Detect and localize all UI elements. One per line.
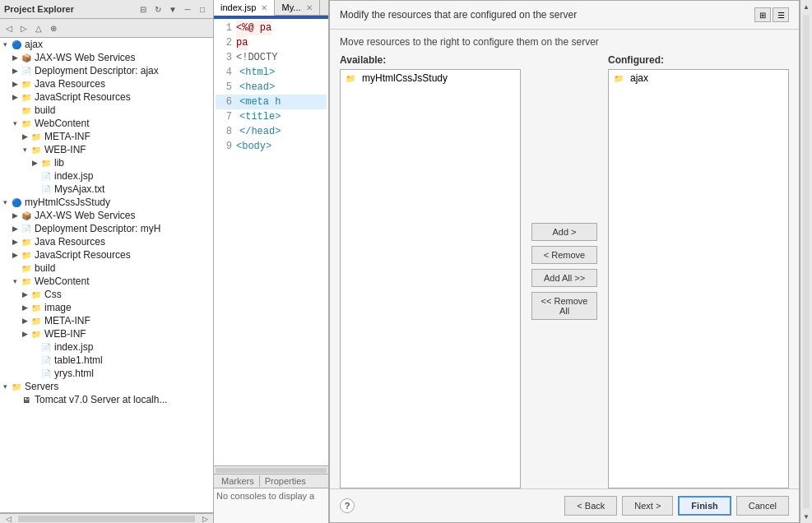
dialog-content: Available: 📁 myHtmlCssJsStudy Add > < Re… <box>330 54 799 488</box>
tree-item-index-jsp-1[interactable]: 📄 index.jsp <box>0 169 213 183</box>
finish-button[interactable]: Finish <box>678 496 731 516</box>
configured-list[interactable]: 📁 ajax <box>608 69 789 488</box>
far-right-panel: ▲ ▼ <box>800 0 812 523</box>
console-area: Markers Properties No consoles to displa… <box>214 474 328 523</box>
tree-label-webcontent-2: WebContent <box>35 275 90 287</box>
tree-item-image[interactable]: ▶ 📁 image <box>0 301 213 314</box>
tree-label-table1: table1.html <box>54 354 103 366</box>
far-right-up-btn[interactable]: ▲ <box>801 2 811 12</box>
tree-item-table1[interactable]: 📄 table1.html <box>0 354 213 367</box>
add-button[interactable]: Add > <box>531 223 597 241</box>
tree-label-image: image <box>44 302 72 313</box>
build-icon-1: 📁 <box>20 104 33 116</box>
web-inf-icon-2: 📁 <box>30 328 43 340</box>
servers-icon: 📁 <box>10 381 23 392</box>
tree-item-myhtml[interactable]: ▾ 🔵 myHtmlCssJsStudy <box>0 196 213 209</box>
tree-item-descriptor-ajax[interactable]: ▶ 📄 Deployment Descriptor: ajax <box>0 64 213 77</box>
project-icon-myhtml: 🔵 <box>10 197 23 208</box>
dialog-list-icon[interactable]: ☰ <box>773 7 789 22</box>
up-icon[interactable]: △ <box>32 21 45 35</box>
tomcat-icon: 🖥 <box>20 394 33 405</box>
forward-icon[interactable]: ▷ <box>17 21 30 35</box>
tree-item-web-inf-1[interactable]: ▾ 📁 WEB-INF <box>0 143 213 156</box>
tree-label-webcontent-1: WebContent <box>35 118 90 129</box>
tree-item-yrys[interactable]: 📄 yrys.html <box>0 367 213 380</box>
tree-item-js-res-2[interactable]: ▶ 📁 JavaScript Resources <box>0 248 213 262</box>
tab-my[interactable]: My... ✕ <box>275 0 319 15</box>
project-tree[interactable]: ▾ 🔵 ajax ▶ 📦 JAX-WS Web Services ▶ 📄 Dep… <box>0 38 213 513</box>
tree-item-servers[interactable]: ▾ 📁 Servers <box>0 380 213 393</box>
tree-item-meta-inf-1[interactable]: ▶ 📁 META-INF <box>0 130 213 143</box>
descriptor-icon-ajax: 📄 <box>20 65 33 76</box>
next-button[interactable]: Next > <box>622 496 673 516</box>
tree-item-descriptor-myh[interactable]: ▶ 📄 Deployment Descriptor: myH <box>0 222 213 235</box>
tree-label-descriptor-myh: Deployment Descriptor: myH <box>35 223 160 234</box>
lib-icon-1: 📁 <box>39 157 53 169</box>
tree-label-mysajax: MysAjax.txt <box>54 183 104 195</box>
configured-item-ajax-icon: 📁 <box>614 72 627 84</box>
tree-item-tomcat[interactable]: 🖥 Tomcat v7.0 Server at localh... <box>0 393 213 406</box>
scroll-right-btn[interactable]: ▷ <box>197 515 213 523</box>
tree-item-index-jsp-2[interactable]: 📄 index.jsp <box>0 340 213 354</box>
tree-item-webcontent-2[interactable]: ▾ 📁 WebContent <box>0 275 213 288</box>
sync-icon[interactable]: ↻ <box>151 2 165 16</box>
tree-label-css: Css <box>44 289 62 300</box>
maximize-icon[interactable]: □ <box>196 2 209 16</box>
js-res-icon-1: 📁 <box>20 91 33 103</box>
tree-item-jax-ws-1[interactable]: ▶ 📦 JAX-WS Web Services <box>0 51 213 64</box>
collapse-icon[interactable]: ⊟ <box>137 2 150 16</box>
arrow-java-res-1: ▶ <box>10 80 20 88</box>
tree-item-build-2[interactable]: 📁 build <box>0 262 213 275</box>
remove-button[interactable]: < Remove <box>531 246 597 264</box>
tree-item-lib-1[interactable]: ▶ 📁 lib <box>0 156 213 169</box>
tree-label-myhtml: myHtmlCssJsStudy <box>25 197 110 208</box>
tree-item-jax-ws-2[interactable]: ▶ 📦 JAX-WS Web Services <box>0 209 213 222</box>
js-res-icon-2: 📁 <box>20 249 33 261</box>
tab-index-jsp[interactable]: index.jsp ✕ <box>214 0 275 16</box>
close-tab-my[interactable]: ✕ <box>306 3 313 12</box>
tree-item-js-res-1[interactable]: ▶ 📁 JavaScript Resources <box>0 90 213 104</box>
tree-item-webcontent-1[interactable]: ▾ 📁 WebContent <box>0 117 213 130</box>
available-list[interactable]: 📁 myHtmlCssJsStudy <box>340 69 521 488</box>
cancel-button[interactable]: Cancel <box>736 496 789 516</box>
configured-item-ajax[interactable]: 📁 ajax <box>609 70 788 86</box>
available-item-myhtml[interactable]: 📁 myHtmlCssJsStudy <box>341 70 520 86</box>
tree-item-java-res-1[interactable]: ▶ 📁 Java Resources <box>0 77 213 90</box>
tab-markers[interactable]: Markers <box>216 475 260 487</box>
add-all-button[interactable]: Add All >> <box>531 269 597 287</box>
project-explorer-title: Project Explorer <box>4 4 74 14</box>
jax-ws-icon-1: 📦 <box>20 52 33 63</box>
tree-item-ajax[interactable]: ▾ 🔵 ajax <box>0 38 213 51</box>
tab-properties[interactable]: Properties <box>260 475 311 487</box>
tree-label-servers: Servers <box>25 381 58 392</box>
index-jsp-icon-2: 📄 <box>39 341 53 353</box>
down-icon[interactable]: ⊕ <box>47 21 60 35</box>
dialog-header: Modify the resources that are configured… <box>330 1 799 30</box>
arrow-servers: ▾ <box>0 382 10 391</box>
tree-item-mysajax[interactable]: 📄 MysAjax.txt <box>0 183 213 196</box>
code-area[interactable]: 1 <%@ pa 2 pa 3 <!DOCTY 4 <html> 5 <head… <box>214 19 328 465</box>
editor-tabs: index.jsp ✕ My... ✕ <box>214 0 328 16</box>
help-icon[interactable]: ? <box>340 498 355 513</box>
tree-item-build-1[interactable]: 📁 build <box>0 104 213 117</box>
far-right-down-btn[interactable]: ▼ <box>801 511 811 521</box>
code-line-2: 2 pa <box>216 35 327 50</box>
tab-my-label: My... <box>281 2 300 12</box>
dialog-pages-icon[interactable]: ⊞ <box>754 7 771 22</box>
back-icon[interactable]: ◁ <box>2 21 16 35</box>
resources-section: Available: 📁 myHtmlCssJsStudy Add > < Re… <box>340 54 789 488</box>
scroll-left-btn[interactable]: ◁ <box>0 515 16 523</box>
tree-item-web-inf-2[interactable]: ▶ 📁 WEB-INF <box>0 327 213 340</box>
tree-item-meta-inf-2[interactable]: ▶ 📁 META-INF <box>0 314 213 327</box>
tree-label-java-res-1: Java Resources <box>35 78 105 90</box>
descriptor-icon-myh: 📄 <box>20 223 33 234</box>
configured-label: Configured: <box>608 54 789 66</box>
minimize-icon[interactable]: ─ <box>181 2 194 16</box>
filter-icon[interactable]: ▼ <box>166 2 179 16</box>
tree-item-css[interactable]: ▶ 📁 Css <box>0 288 213 301</box>
tree-item-java-res-2[interactable]: ▶ 📁 Java Resources <box>0 235 213 248</box>
remove-all-button[interactable]: << Remove All <box>531 292 597 320</box>
footer-left: ? <box>340 498 355 513</box>
close-tab-index-jsp[interactable]: ✕ <box>261 3 267 12</box>
back-button[interactable]: < Back <box>564 496 617 516</box>
